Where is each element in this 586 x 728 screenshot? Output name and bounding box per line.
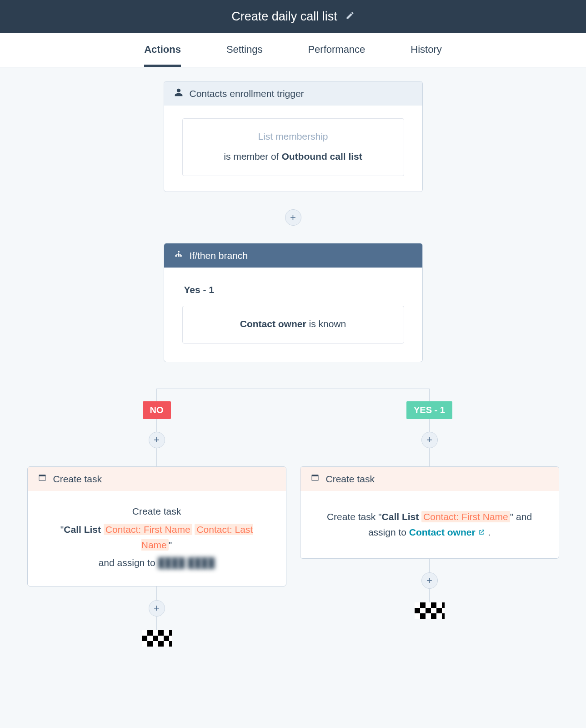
branch-yes-label: Yes - 1 [184,282,404,298]
branch-yes: YES - 1 + Create task Create task "Call … [300,389,559,618]
add-action-button[interactable]: + [285,209,301,226]
pencil-icon[interactable] [346,11,355,22]
branch-badge-yes: YES - 1 [406,401,452,419]
add-action-button[interactable]: + [421,432,438,448]
trigger-title: Contacts enrollment trigger [190,88,304,99]
branch-header: If/then branch [164,243,422,268]
tab-performance[interactable]: Performance [308,44,365,67]
connector [293,192,293,209]
title-bar: Create daily call list [0,0,586,33]
branch-no: NO + Create task Create task "Call List … [27,389,286,646]
connector [429,448,430,466]
workflow-canvas: Contacts enrollment trigger List members… [0,67,586,716]
tab-settings[interactable]: Settings [226,44,263,67]
contact-icon [174,88,183,99]
task-header: Create task [301,467,559,491]
connector [156,389,157,401]
external-link-icon [478,527,485,537]
create-task-card-no[interactable]: Create task Create task "Call List Conta… [27,466,286,586]
tab-bar: Actions Settings Performance History [0,33,586,67]
task-line1: Create task [46,504,268,519]
trigger-criteria-box[interactable]: List membership is member of Outbound ca… [182,118,404,176]
connector [429,419,430,432]
connector [429,559,430,572]
window-icon [38,473,47,485]
task-line3: and assign to ████ ████ [46,555,268,571]
window-icon [311,473,320,485]
add-action-button[interactable]: + [421,572,438,589]
finish-flag-icon [142,630,172,647]
branch-card[interactable]: If/then branch Yes - 1 Contact owner is … [164,243,423,362]
sitemap-icon [174,250,183,261]
criteria-text: is member of Outbound call list [192,149,395,164]
contact-owner-link[interactable]: Contact owner [409,527,486,537]
connector [156,419,157,432]
task-line2: "Call List Contact: First Name Contact: … [46,522,268,552]
add-action-button[interactable]: + [149,600,165,617]
trigger-card[interactable]: Contacts enrollment trigger List members… [164,81,423,192]
connector [156,448,157,466]
connector [429,389,430,401]
finish-flag-icon [415,602,445,619]
connector [293,226,293,243]
task-header: Create task [28,467,286,491]
connector [156,617,157,630]
workflow-title: Create daily call list [231,10,337,24]
branch-badge-no: NO [143,401,171,419]
merge-token-first-name: Contact: First Name [104,524,192,535]
task-header-text: Create task [53,474,102,485]
branch-condition-box[interactable]: Contact owner is known [182,306,404,344]
connector [429,589,430,602]
task-header-text: Create task [326,474,375,485]
criteria-label: List membership [192,129,395,144]
merge-token-first-name: Contact: First Name [421,511,510,522]
trigger-header: Contacts enrollment trigger [164,81,422,106]
tab-actions[interactable]: Actions [144,44,181,67]
branch-title: If/then branch [190,250,248,261]
assignee-masked: ████ ████ [158,557,215,568]
create-task-card-yes[interactable]: Create task Create task "Call List Conta… [300,466,559,558]
task-text: Create task "Call List Contact: First Na… [322,509,537,540]
tab-history[interactable]: History [411,44,441,67]
connector [293,362,293,389]
add-action-button[interactable]: + [149,432,165,448]
connector [156,586,157,600]
